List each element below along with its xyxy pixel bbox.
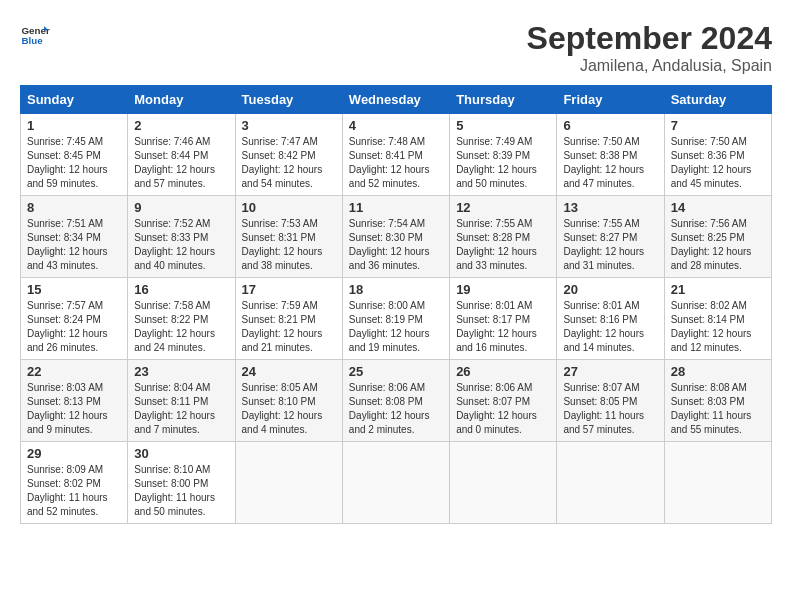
weekday-monday: Monday: [128, 86, 235, 114]
calendar-cell: 24Sunrise: 8:05 AMSunset: 8:10 PMDayligh…: [235, 360, 342, 442]
calendar-week-3: 15Sunrise: 7:57 AMSunset: 8:24 PMDayligh…: [21, 278, 772, 360]
calendar-cell: 23Sunrise: 8:04 AMSunset: 8:11 PMDayligh…: [128, 360, 235, 442]
calendar-cell: 21Sunrise: 8:02 AMSunset: 8:14 PMDayligh…: [664, 278, 771, 360]
calendar-cell: 13Sunrise: 7:55 AMSunset: 8:27 PMDayligh…: [557, 196, 664, 278]
logo-icon: General Blue: [20, 20, 50, 50]
calendar-cell: 19Sunrise: 8:01 AMSunset: 8:17 PMDayligh…: [450, 278, 557, 360]
calendar-cell: 3Sunrise: 7:47 AMSunset: 8:42 PMDaylight…: [235, 114, 342, 196]
day-detail: Sunrise: 7:49 AMSunset: 8:39 PMDaylight:…: [456, 136, 537, 189]
day-number: 4: [349, 118, 443, 133]
day-detail: Sunrise: 8:01 AMSunset: 8:17 PMDaylight:…: [456, 300, 537, 353]
calendar-cell: 16Sunrise: 7:58 AMSunset: 8:22 PMDayligh…: [128, 278, 235, 360]
calendar-cell: 17Sunrise: 7:59 AMSunset: 8:21 PMDayligh…: [235, 278, 342, 360]
day-detail: Sunrise: 7:52 AMSunset: 8:33 PMDaylight:…: [134, 218, 215, 271]
calendar-table: SundayMondayTuesdayWednesdayThursdayFrid…: [20, 85, 772, 524]
day-number: 18: [349, 282, 443, 297]
day-detail: Sunrise: 7:57 AMSunset: 8:24 PMDaylight:…: [27, 300, 108, 353]
day-number: 26: [456, 364, 550, 379]
calendar-cell: 1Sunrise: 7:45 AMSunset: 8:45 PMDaylight…: [21, 114, 128, 196]
calendar-cell: 6Sunrise: 7:50 AMSunset: 8:38 PMDaylight…: [557, 114, 664, 196]
calendar-cell: 18Sunrise: 8:00 AMSunset: 8:19 PMDayligh…: [342, 278, 449, 360]
location: Jamilena, Andalusia, Spain: [527, 57, 772, 75]
calendar-cell: 30Sunrise: 8:10 AMSunset: 8:00 PMDayligh…: [128, 442, 235, 524]
day-number: 6: [563, 118, 657, 133]
weekday-thursday: Thursday: [450, 86, 557, 114]
calendar-cell: 2Sunrise: 7:46 AMSunset: 8:44 PMDaylight…: [128, 114, 235, 196]
calendar-week-2: 8Sunrise: 7:51 AMSunset: 8:34 PMDaylight…: [21, 196, 772, 278]
month-title: September 2024: [527, 20, 772, 57]
day-number: 7: [671, 118, 765, 133]
day-number: 23: [134, 364, 228, 379]
calendar-week-4: 22Sunrise: 8:03 AMSunset: 8:13 PMDayligh…: [21, 360, 772, 442]
day-number: 2: [134, 118, 228, 133]
day-number: 20: [563, 282, 657, 297]
day-number: 17: [242, 282, 336, 297]
calendar-cell: 25Sunrise: 8:06 AMSunset: 8:08 PMDayligh…: [342, 360, 449, 442]
day-detail: Sunrise: 7:53 AMSunset: 8:31 PMDaylight:…: [242, 218, 323, 271]
svg-text:Blue: Blue: [22, 35, 44, 46]
day-detail: Sunrise: 7:45 AMSunset: 8:45 PMDaylight:…: [27, 136, 108, 189]
day-number: 11: [349, 200, 443, 215]
day-detail: Sunrise: 7:47 AMSunset: 8:42 PMDaylight:…: [242, 136, 323, 189]
calendar-cell: 7Sunrise: 7:50 AMSunset: 8:36 PMDaylight…: [664, 114, 771, 196]
calendar-cell: [664, 442, 771, 524]
calendar-cell: 28Sunrise: 8:08 AMSunset: 8:03 PMDayligh…: [664, 360, 771, 442]
day-number: 10: [242, 200, 336, 215]
weekday-sunday: Sunday: [21, 86, 128, 114]
day-detail: Sunrise: 8:10 AMSunset: 8:00 PMDaylight:…: [134, 464, 215, 517]
day-detail: Sunrise: 8:09 AMSunset: 8:02 PMDaylight:…: [27, 464, 108, 517]
day-detail: Sunrise: 8:06 AMSunset: 8:07 PMDaylight:…: [456, 382, 537, 435]
calendar-cell: 8Sunrise: 7:51 AMSunset: 8:34 PMDaylight…: [21, 196, 128, 278]
day-number: 19: [456, 282, 550, 297]
day-detail: Sunrise: 7:51 AMSunset: 8:34 PMDaylight:…: [27, 218, 108, 271]
calendar-cell: 12Sunrise: 7:55 AMSunset: 8:28 PMDayligh…: [450, 196, 557, 278]
calendar-cell: 5Sunrise: 7:49 AMSunset: 8:39 PMDaylight…: [450, 114, 557, 196]
day-number: 3: [242, 118, 336, 133]
day-detail: Sunrise: 7:59 AMSunset: 8:21 PMDaylight:…: [242, 300, 323, 353]
calendar-cell: 26Sunrise: 8:06 AMSunset: 8:07 PMDayligh…: [450, 360, 557, 442]
calendar-cell: 9Sunrise: 7:52 AMSunset: 8:33 PMDaylight…: [128, 196, 235, 278]
day-number: 16: [134, 282, 228, 297]
day-number: 9: [134, 200, 228, 215]
day-number: 30: [134, 446, 228, 461]
logo: General Blue: [20, 20, 50, 50]
day-number: 5: [456, 118, 550, 133]
day-number: 1: [27, 118, 121, 133]
day-detail: Sunrise: 8:04 AMSunset: 8:11 PMDaylight:…: [134, 382, 215, 435]
title-block: September 2024 Jamilena, Andalusia, Spai…: [527, 20, 772, 75]
calendar-week-1: 1Sunrise: 7:45 AMSunset: 8:45 PMDaylight…: [21, 114, 772, 196]
day-detail: Sunrise: 8:05 AMSunset: 8:10 PMDaylight:…: [242, 382, 323, 435]
day-detail: Sunrise: 7:46 AMSunset: 8:44 PMDaylight:…: [134, 136, 215, 189]
day-number: 21: [671, 282, 765, 297]
calendar-cell: [557, 442, 664, 524]
calendar-cell: 15Sunrise: 7:57 AMSunset: 8:24 PMDayligh…: [21, 278, 128, 360]
calendar-cell: 10Sunrise: 7:53 AMSunset: 8:31 PMDayligh…: [235, 196, 342, 278]
day-detail: Sunrise: 7:54 AMSunset: 8:30 PMDaylight:…: [349, 218, 430, 271]
weekday-tuesday: Tuesday: [235, 86, 342, 114]
calendar-cell: 29Sunrise: 8:09 AMSunset: 8:02 PMDayligh…: [21, 442, 128, 524]
day-number: 22: [27, 364, 121, 379]
day-number: 27: [563, 364, 657, 379]
calendar-cell: [342, 442, 449, 524]
day-detail: Sunrise: 7:55 AMSunset: 8:27 PMDaylight:…: [563, 218, 644, 271]
day-number: 14: [671, 200, 765, 215]
day-detail: Sunrise: 7:56 AMSunset: 8:25 PMDaylight:…: [671, 218, 752, 271]
calendar-cell: [450, 442, 557, 524]
day-number: 15: [27, 282, 121, 297]
calendar-cell: 27Sunrise: 8:07 AMSunset: 8:05 PMDayligh…: [557, 360, 664, 442]
calendar-cell: [235, 442, 342, 524]
day-number: 12: [456, 200, 550, 215]
day-number: 28: [671, 364, 765, 379]
day-number: 25: [349, 364, 443, 379]
page-header: General Blue September 2024 Jamilena, An…: [20, 20, 772, 75]
calendar-cell: 20Sunrise: 8:01 AMSunset: 8:16 PMDayligh…: [557, 278, 664, 360]
weekday-header-row: SundayMondayTuesdayWednesdayThursdayFrid…: [21, 86, 772, 114]
day-detail: Sunrise: 8:02 AMSunset: 8:14 PMDaylight:…: [671, 300, 752, 353]
day-number: 13: [563, 200, 657, 215]
calendar-cell: 4Sunrise: 7:48 AMSunset: 8:41 PMDaylight…: [342, 114, 449, 196]
day-detail: Sunrise: 8:08 AMSunset: 8:03 PMDaylight:…: [671, 382, 752, 435]
day-detail: Sunrise: 8:07 AMSunset: 8:05 PMDaylight:…: [563, 382, 644, 435]
weekday-friday: Friday: [557, 86, 664, 114]
day-number: 8: [27, 200, 121, 215]
day-detail: Sunrise: 8:00 AMSunset: 8:19 PMDaylight:…: [349, 300, 430, 353]
